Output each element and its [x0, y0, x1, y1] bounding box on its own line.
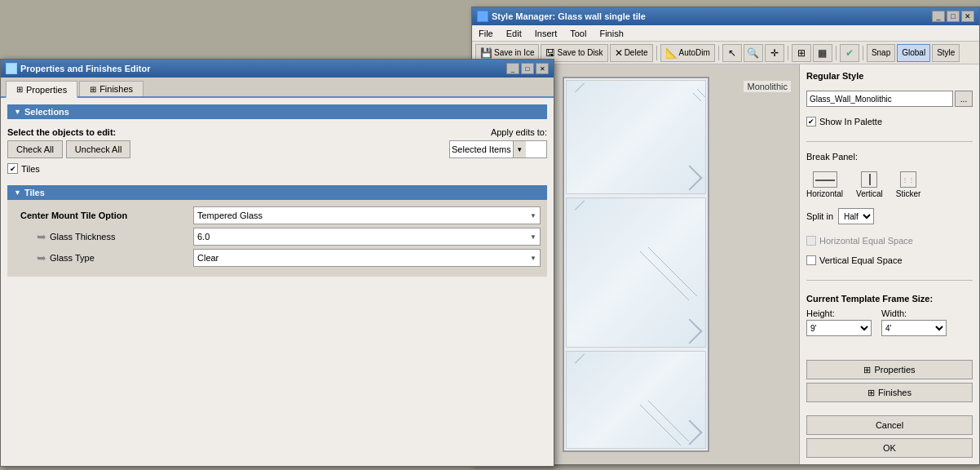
style-name-input[interactable] [806, 91, 953, 107]
style-manager-menubar: File Edit Insert Tool Finish [472, 25, 979, 42]
toolbar-separator-5 [863, 46, 863, 60]
break-horizontal-icon [813, 171, 837, 188]
apply-edits-right: Apply edits to: Selected Items ▼ [449, 127, 547, 158]
vertical-equal-space-label: Vertical Equal Space [819, 255, 903, 265]
vertical-equal-space-checkbox[interactable] [806, 255, 816, 265]
tile-option-value: Tempered Glass [197, 211, 263, 220]
properties-label: Properties [874, 365, 915, 375]
tile-option-control[interactable]: Tempered Glass ▼ [193, 206, 541, 224]
style-manager-right-panel: Regular Style ... ✔ Show In Palette Brea… [800, 64, 979, 464]
tile-option-arrow-icon: ▼ [530, 212, 536, 219]
cursor-tool-button[interactable]: ↖ [722, 44, 742, 62]
monolithic-label: Monolithic [744, 81, 791, 92]
toolbar-separator-1 [656, 46, 657, 60]
width-group: Width: 4' [881, 308, 947, 336]
style-manager-icon [477, 11, 488, 22]
finishes-tab-icon: ⊞ [90, 85, 96, 94]
select-objects-left: Select the objects to edit: Check All Un… [7, 127, 130, 158]
glass-lines-bottom [567, 352, 705, 448]
delete-button[interactable]: ✕ Delete [610, 44, 653, 62]
uncheck-all-button[interactable]: Uncheck All [66, 140, 130, 158]
save-to-disk-label: Save to Disk [557, 48, 603, 57]
dropdown-arrow-icon[interactable]: ▼ [513, 141, 526, 157]
tiles-checkbox[interactable]: ✔ [7, 163, 18, 174]
toolbar-separator-3 [788, 46, 788, 60]
break-horizontal-label: Horizontal [806, 189, 843, 198]
svg-line-1 [693, 93, 701, 101]
svg-line-3 [640, 251, 689, 300]
check-all-button[interactable]: Check All [7, 140, 63, 158]
tab-properties[interactable]: ⊞ Properties [6, 81, 77, 98]
glass-type-value: Clear [197, 253, 219, 263]
snap-button[interactable]: Snap [867, 44, 895, 62]
horizontal-equal-space-label: Horizontal Equal Space [819, 236, 913, 246]
tiles-body: Center Mount Tile Option Tempered Glass … [7, 200, 547, 277]
break-sticker-option[interactable]: ⋮⋮ Sticker [896, 171, 921, 198]
glass-thickness-arrow-icon-ctrl: ▼ [530, 233, 536, 241]
global-button[interactable]: Global [897, 44, 930, 62]
pan-button[interactable]: ✛ [765, 44, 784, 62]
pfe-minimize-button[interactable]: _ [506, 63, 519, 74]
break-panel-label: Break Panel: [806, 152, 973, 162]
tab-finishes[interactable]: ⊞ Finishes [79, 81, 143, 96]
height-select[interactable]: 9' [806, 320, 872, 336]
tiles-checkbox-label: Tiles [21, 164, 40, 174]
tiles-section-header: ▼ Tiles [7, 185, 547, 200]
menu-tool[interactable]: Tool [567, 29, 589, 38]
close-button[interactable]: ✕ [961, 11, 974, 22]
divider-1 [806, 141, 973, 142]
style-manager-titlebar: Style Manager: Glass wall single tile _ … [472, 7, 979, 25]
glass-type-arrow-icon: ➥ [37, 251, 46, 264]
check-button[interactable]: ✔ [840, 44, 859, 62]
delete-icon: ✕ [615, 47, 623, 59]
selected-items-dropdown[interactable]: Selected Items ▼ [449, 140, 547, 158]
ok-button[interactable]: OK [806, 438, 973, 458]
view-button[interactable]: ▦ [813, 44, 832, 62]
maximize-button[interactable]: □ [947, 11, 960, 22]
menu-file[interactable]: File [475, 29, 497, 38]
style-input-row: ... [806, 91, 973, 107]
zoom-button[interactable]: 🔍 [744, 44, 763, 62]
pfe-maximize-button[interactable]: □ [521, 63, 534, 74]
frame-size-title: Current Template Frame Size: [806, 294, 973, 304]
glass-thickness-control[interactable]: 6.0 ▼ [193, 228, 541, 246]
style-dots-button[interactable]: ... [955, 91, 973, 107]
toolbar-separator-4 [836, 46, 837, 60]
glass-type-label-container: ➥ Glass Type [14, 251, 193, 264]
height-group: Height: 9' [806, 308, 872, 336]
cancel-button[interactable]: Cancel [806, 415, 973, 435]
svg-line-2 [648, 247, 697, 296]
glass-lines-middle [567, 198, 705, 347]
autodim-button[interactable]: 📐 AutoDim [660, 44, 715, 62]
properties-button[interactable]: ⊞ Properties [806, 360, 973, 379]
pfe-controls: _ □ ✕ [506, 63, 549, 74]
finishes-button[interactable]: ⊞ Finishes [806, 383, 973, 402]
selections-section-header: ▼ Selections [7, 104, 547, 119]
break-horizontal-option[interactable]: Horizontal [806, 171, 843, 198]
break-vertical-option[interactable]: Vertical [856, 171, 883, 198]
horizontal-equal-space-row: Horizontal Equal Space [806, 236, 973, 246]
style-button[interactable]: Style [932, 44, 960, 62]
grid-button[interactable]: ⊞ [792, 44, 811, 62]
menu-edit[interactable]: Edit [503, 29, 525, 38]
show-in-palette-checkbox[interactable]: ✔ [806, 117, 816, 126]
glass-tile-preview [563, 77, 709, 452]
ok-label: OK [883, 443, 896, 453]
regular-style-label: Regular Style [806, 71, 973, 81]
height-label: Height: [806, 308, 872, 318]
menu-insert[interactable]: Insert [532, 29, 561, 38]
selections-section-label: Selections [24, 107, 69, 117]
pfe-icon [6, 63, 17, 74]
glass-thickness-label: Glass Thickness [50, 232, 116, 242]
finishes-tab-label: Finishes [99, 84, 133, 94]
menu-finish[interactable]: Finish [596, 29, 626, 38]
pfe-close-button[interactable]: ✕ [536, 63, 549, 74]
selected-items-value: Selected Items [452, 144, 511, 154]
minimize-button[interactable]: _ [932, 11, 945, 22]
glass-type-control[interactable]: Clear ▼ [193, 249, 541, 267]
split-select[interactable]: Half [838, 208, 874, 224]
width-select[interactable]: 4' [881, 320, 947, 336]
select-objects-label: Select the objects to edit: [7, 127, 130, 137]
horizontal-equal-space-checkbox [806, 236, 816, 246]
break-vertical-label: Vertical [856, 189, 883, 198]
